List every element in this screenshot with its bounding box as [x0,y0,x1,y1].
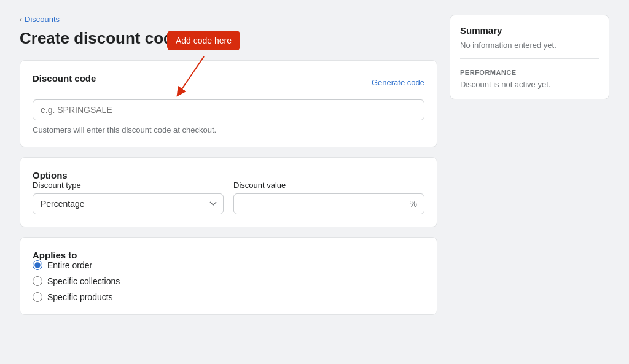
summary-card-title: Summary [460,25,599,36]
discount-type-label: Discount type [33,180,224,190]
discount-value-suffix: % [410,199,417,209]
radio-entire-order[interactable]: Entire order [33,260,424,270]
summary-card: Summary No information entered yet. PERF… [450,15,609,99]
radio-input-specific-collections[interactable] [33,276,42,286]
radio-label-specific-products: Specific products [47,292,113,302]
discount-type-select[interactable]: Percentage Fixed amount Free shipping Bu… [33,193,224,214]
applies-to-title: Applies to [33,250,77,260]
breadcrumb-chevron-icon: ‹ [20,15,22,24]
performance-text: Discount is not active yet. [460,80,599,89]
discount-value-group: Discount value % [233,180,424,214]
sidebar: Summary No information entered yet. PERF… [450,15,609,325]
performance-label: PERFORMANCE [460,69,599,76]
radio-input-entire-order[interactable] [33,260,42,270]
radio-label-specific-collections: Specific collections [47,276,120,286]
options-card-title: Options [33,170,68,180]
options-card: Options Discount type Percentage Fixed a… [20,157,437,227]
radio-specific-products[interactable]: Specific products [33,292,424,302]
applies-to-card: Applies to Entire order Specific collect… [20,237,437,315]
discount-code-input[interactable] [33,99,424,120]
breadcrumb: ‹ Discounts [20,15,437,24]
breadcrumb-link[interactable]: Discounts [25,15,60,24]
discount-value-input-wrapper: % [233,193,424,214]
summary-no-info-text: No information entered yet. [460,41,599,50]
radio-input-specific-products[interactable] [33,292,42,302]
discount-value-label: Discount value [233,180,424,190]
applies-to-radio-group: Entire order Specific collections Specif… [33,260,424,302]
discount-value-input[interactable] [233,193,424,214]
page-title: Create discount code [20,29,437,48]
discount-code-header: Discount code Generate code [33,73,424,92]
radio-label-entire-order: Entire order [47,260,92,270]
options-form-row: Discount type Percentage Fixed amount Fr… [33,180,424,214]
discount-code-title: Discount code [33,73,96,83]
discount-code-help-text: Customers will enter this discount code … [33,125,424,134]
radio-specific-collections[interactable]: Specific collections [33,276,424,286]
summary-divider [460,58,599,59]
discount-type-group: Discount type Percentage Fixed amount Fr… [33,180,224,214]
discount-code-card: Discount code Generate code Customers wi… [20,60,437,147]
generate-code-link[interactable]: Generate code [372,78,424,87]
